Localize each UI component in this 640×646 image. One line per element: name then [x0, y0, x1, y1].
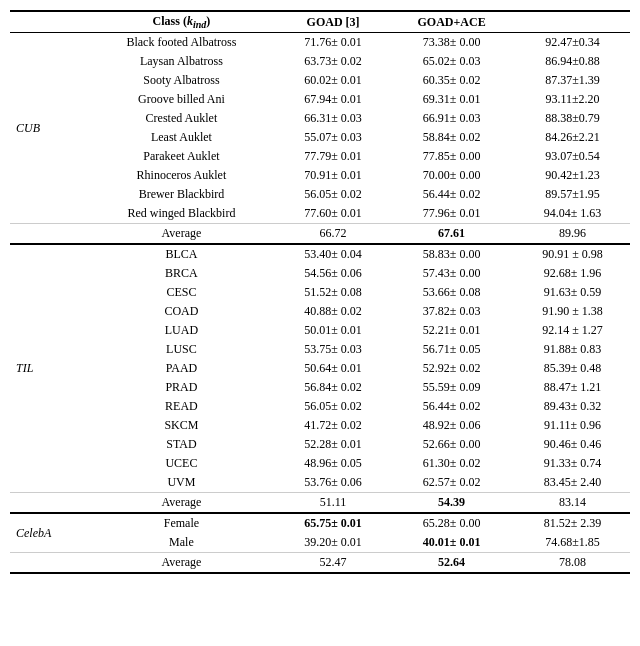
avg-goad: 66.72 — [278, 224, 388, 245]
avg-empty — [10, 224, 85, 245]
concept-accuracy-value: 89.43± 0.32 — [515, 397, 630, 416]
concept-accuracy-value: 81.52± 2.39 — [515, 513, 630, 533]
goad-ace-value: 58.83± 0.00 — [388, 244, 515, 264]
concept-accuracy-value: 87.37±1.39 — [515, 71, 630, 90]
goad-ace-value: 77.85± 0.00 — [388, 147, 515, 166]
goad-value: 77.60± 0.01 — [278, 204, 388, 224]
goad-ace-value: 53.66± 0.08 — [388, 283, 515, 302]
goad-ace-value: 65.28± 0.00 — [388, 513, 515, 533]
header-concept — [515, 11, 630, 33]
concept-accuracy-value: 90.42±1.23 — [515, 166, 630, 185]
goad-value: 56.84± 0.02 — [278, 378, 388, 397]
class-name: LUAD — [85, 321, 278, 340]
class-name: SKCM — [85, 416, 278, 435]
goad-ace-value: 56.71± 0.05 — [388, 340, 515, 359]
avg-goad: 52.47 — [278, 553, 388, 574]
concept-accuracy-value: 88.47± 1.21 — [515, 378, 630, 397]
goad-value: 65.75± 0.01 — [278, 513, 388, 533]
goad-value: 71.76± 0.01 — [278, 33, 388, 53]
concept-accuracy-value: 91.63± 0.59 — [515, 283, 630, 302]
goad-value: 67.94± 0.01 — [278, 90, 388, 109]
goad-value: 56.05± 0.02 — [278, 397, 388, 416]
avg-goad-ace: 67.61 — [388, 224, 515, 245]
concept-accuracy-value: 92.68± 1.96 — [515, 264, 630, 283]
goad-value: 51.52± 0.08 — [278, 283, 388, 302]
goad-ace-value: 70.00± 0.00 — [388, 166, 515, 185]
goad-ace-value: 73.38± 0.00 — [388, 33, 515, 53]
header-class: Class (kind) — [85, 11, 278, 33]
class-name: Black footed Albatross — [85, 33, 278, 53]
goad-ace-value: 57.43± 0.00 — [388, 264, 515, 283]
concept-accuracy-value: 94.04± 1.63 — [515, 204, 630, 224]
goad-ace-value: 58.84± 0.02 — [388, 128, 515, 147]
concept-accuracy-value: 93.07±0.54 — [515, 147, 630, 166]
goad-value: 39.20± 0.01 — [278, 533, 388, 553]
concept-accuracy-value: 92.14 ± 1.27 — [515, 321, 630, 340]
goad-value: 56.05± 0.02 — [278, 185, 388, 204]
class-name: Sooty Albatross — [85, 71, 278, 90]
concept-accuracy-value: 84.26±2.21 — [515, 128, 630, 147]
goad-ace-value: 61.30± 0.02 — [388, 454, 515, 473]
goad-value: 70.91± 0.01 — [278, 166, 388, 185]
concept-accuracy-value: 91.11± 0.96 — [515, 416, 630, 435]
dataset-label: CUB — [10, 33, 85, 224]
goad-ace-value: 56.44± 0.02 — [388, 185, 515, 204]
header-goad: GOAD [3] — [278, 11, 388, 33]
goad-value: 52.28± 0.01 — [278, 435, 388, 454]
goad-value: 77.79± 0.01 — [278, 147, 388, 166]
concept-accuracy-value: 93.11±2.20 — [515, 90, 630, 109]
goad-ace-value: 56.44± 0.02 — [388, 397, 515, 416]
avg-empty — [10, 493, 85, 514]
concept-accuracy-value: 89.57±1.95 — [515, 185, 630, 204]
header-goad-ace: GOAD+ACE — [388, 11, 515, 33]
class-name: Laysan Albatross — [85, 52, 278, 71]
class-name: UCEC — [85, 454, 278, 473]
concept-accuracy-value: 91.33± 0.74 — [515, 454, 630, 473]
class-name: PAAD — [85, 359, 278, 378]
goad-ace-value: 60.35± 0.02 — [388, 71, 515, 90]
avg-label: Average — [85, 553, 278, 574]
avg-concept: 89.96 — [515, 224, 630, 245]
class-name: STAD — [85, 435, 278, 454]
class-name: Red winged Blackbird — [85, 204, 278, 224]
concept-accuracy-value: 85.39± 0.48 — [515, 359, 630, 378]
goad-value: 60.02± 0.01 — [278, 71, 388, 90]
goad-value: 53.75± 0.03 — [278, 340, 388, 359]
goad-value: 50.64± 0.01 — [278, 359, 388, 378]
dataset-label: CelebA — [10, 513, 85, 553]
goad-value: 54.56± 0.06 — [278, 264, 388, 283]
goad-value: 50.01± 0.01 — [278, 321, 388, 340]
class-name: Parakeet Auklet — [85, 147, 278, 166]
goad-ace-value: 77.96± 0.01 — [388, 204, 515, 224]
goad-ace-value: 48.92± 0.06 — [388, 416, 515, 435]
class-name: Female — [85, 513, 278, 533]
goad-ace-value: 55.59± 0.09 — [388, 378, 515, 397]
avg-concept: 78.08 — [515, 553, 630, 574]
class-name: Brewer Blackbird — [85, 185, 278, 204]
class-name: UVM — [85, 473, 278, 493]
class-name: Crested Auklet — [85, 109, 278, 128]
avg-goad-ace: 54.39 — [388, 493, 515, 514]
goad-value: 66.31± 0.03 — [278, 109, 388, 128]
avg-concept: 83.14 — [515, 493, 630, 514]
class-name: CESC — [85, 283, 278, 302]
class-name: Groove billed Ani — [85, 90, 278, 109]
goad-ace-value: 40.01± 0.01 — [388, 533, 515, 553]
goad-value: 53.40± 0.04 — [278, 244, 388, 264]
goad-ace-value: 69.31± 0.01 — [388, 90, 515, 109]
dataset-label: TIL — [10, 244, 85, 493]
concept-accuracy-value: 74.68±1.85 — [515, 533, 630, 553]
goad-ace-value: 52.66± 0.00 — [388, 435, 515, 454]
avg-goad: 51.11 — [278, 493, 388, 514]
goad-value: 55.07± 0.03 — [278, 128, 388, 147]
class-name: READ — [85, 397, 278, 416]
class-name: BLCA — [85, 244, 278, 264]
avg-label: Average — [85, 224, 278, 245]
concept-accuracy-value: 92.47±0.34 — [515, 33, 630, 53]
results-table: Class (kind) GOAD [3] GOAD+ACE CUBBlack … — [10, 10, 630, 574]
goad-ace-value: 37.82± 0.03 — [388, 302, 515, 321]
concept-accuracy-value: 91.88± 0.83 — [515, 340, 630, 359]
goad-ace-value: 62.57± 0.02 — [388, 473, 515, 493]
class-name: BRCA — [85, 264, 278, 283]
header-datasets — [10, 11, 85, 33]
